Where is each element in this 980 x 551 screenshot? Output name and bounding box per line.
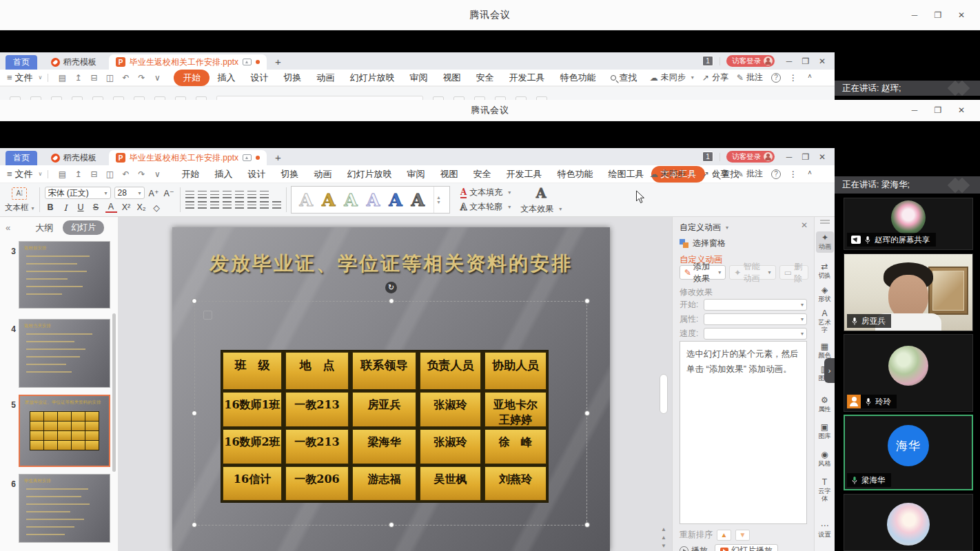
wps2-minimize-icon[interactable]: ─ xyxy=(781,152,797,162)
menu-开发工具[interactable]: 开发工具 xyxy=(501,70,552,86)
save-icon[interactable]: ▤ xyxy=(55,73,69,83)
menu-开始[interactable]: 开始 xyxy=(174,166,207,183)
text-fill-button[interactable]: A文本填充▾ xyxy=(460,187,511,198)
tab-slides[interactable]: 幻灯片 xyxy=(63,220,104,235)
panel-close-icon[interactable]: ✕ xyxy=(801,220,808,230)
numbered-list-icon[interactable] xyxy=(198,191,207,198)
play-button[interactable]: 播放 xyxy=(680,545,708,551)
table-cell[interactable]: 一教213 xyxy=(285,392,349,427)
selection-handle[interactable] xyxy=(584,410,590,416)
collapse-sidebar-chevron[interactable]: › xyxy=(824,358,835,383)
smart-animation-button[interactable]: ✦智能动画▾ xyxy=(729,265,775,280)
overflow-menu-icon[interactable]: ⋮ xyxy=(789,73,797,83)
table-cell[interactable]: 张淑玲 xyxy=(420,392,481,427)
table-cell[interactable]: 亚地卡尔 王婷婷 xyxy=(484,392,547,427)
wordart-style-4[interactable]: A xyxy=(367,191,380,209)
wps-home-tab[interactable]: 首页 xyxy=(6,55,37,70)
rail-item-形状[interactable]: ◈形状 xyxy=(815,286,835,303)
wordart-style-5[interactable]: A xyxy=(389,191,402,209)
scroll-up-icon[interactable]: ▲ xyxy=(661,526,666,534)
undo-icon[interactable]: ↶ xyxy=(119,73,132,83)
menu-安全[interactable]: 安全 xyxy=(468,70,501,86)
panel-title[interactable]: 自定义动画▾ xyxy=(680,222,728,233)
close-icon-2[interactable]: ✕ xyxy=(950,100,973,121)
table-cell[interactable]: 张淑玲 xyxy=(420,429,481,464)
indent-increase-icon[interactable] xyxy=(223,191,232,198)
menu-视图[interactable]: 视图 xyxy=(432,166,465,183)
restore-icon-2[interactable]: ❐ xyxy=(926,100,950,121)
comment-button[interactable]: ✎批注 xyxy=(737,168,763,180)
menu-切换[interactable]: 切换 xyxy=(276,70,309,86)
thumbnail-scrollbar[interactable] xyxy=(112,313,116,472)
wps-restore-icon[interactable]: ❐ xyxy=(797,56,814,66)
wps-home-tab-2[interactable]: 首页 xyxy=(6,151,37,165)
minimize-icon[interactable]: ─ xyxy=(903,0,926,30)
speed-select[interactable]: ▾ xyxy=(704,328,807,340)
collapse-ribbon-icon[interactable]: ＾ xyxy=(806,168,814,180)
wordart-gallery-scroll[interactable]: ▲▼ xyxy=(433,187,441,213)
participant-video-tile[interactable]: 房亚兵 xyxy=(844,253,973,331)
delete-effect-button[interactable]: ▭删除 xyxy=(779,265,808,280)
tab-outline[interactable]: 大纲 xyxy=(35,222,53,234)
menu-特色功能[interactable]: 特色功能 xyxy=(552,70,603,86)
menu-安全[interactable]: 安全 xyxy=(465,166,498,183)
participant-video-tile[interactable]: 赵珲的屏幕共享 xyxy=(844,198,973,250)
selection-handle[interactable] xyxy=(192,522,197,528)
line-spacing-icon[interactable] xyxy=(272,201,281,209)
text-outline-button[interactable]: A文本轮廓▾ xyxy=(460,201,511,213)
move-up-icon[interactable]: ▲ xyxy=(717,530,731,541)
align-left-icon[interactable] xyxy=(185,201,194,209)
more-commands-icon[interactable]: ∨ xyxy=(150,73,164,83)
next-slide-icon[interactable]: ▼ xyxy=(661,542,666,550)
select-pane-button[interactable]: 选择窗格 xyxy=(680,238,726,249)
close-icon[interactable]: ✕ xyxy=(950,0,973,30)
selection-handle[interactable] xyxy=(192,410,197,416)
slide-thumbnail-6[interactable]: 学生离校安排 xyxy=(19,474,110,543)
grow-font-icon[interactable]: A⁺ xyxy=(148,188,160,198)
slide-thumbnail-4[interactable]: 返校当天安排 xyxy=(19,319,110,388)
share-button[interactable]: ↗分享 xyxy=(702,72,728,83)
rail-item-风格[interactable]: ◉风格 xyxy=(815,450,835,468)
print-icon[interactable]: ⊟ xyxy=(87,73,101,83)
wordart-gallery[interactable]: AAAAAA▲▼ xyxy=(291,186,450,214)
shrink-text-icon[interactable] xyxy=(247,201,256,209)
table-cell[interactable]: 16数师1班 xyxy=(223,392,282,427)
menu-插入[interactable]: 插入 xyxy=(207,166,240,183)
font-size-select[interactable]: 28▾ xyxy=(114,187,145,199)
selection-handle[interactable] xyxy=(584,298,590,304)
menu-开始[interactable]: 开始 xyxy=(174,70,210,86)
help-icon[interactable]: ? xyxy=(771,169,781,179)
undo-icon[interactable]: ↶ xyxy=(119,169,132,179)
comment-button[interactable]: ✎批注 xyxy=(737,72,763,83)
save-icon[interactable]: ▤ xyxy=(55,169,69,179)
participant-video-tile[interactable] xyxy=(844,494,973,551)
text-effects-button[interactable]: 文本效果▾ xyxy=(520,203,562,215)
slideshow-play-button[interactable]: 幻灯片播放 xyxy=(715,544,778,551)
guest-login-button-2[interactable]: 访客登录 xyxy=(726,151,775,163)
rail-item-图库[interactable]: ▣图库 xyxy=(815,423,835,440)
menu-切换[interactable]: 切换 xyxy=(273,166,306,183)
justify-icon[interactable] xyxy=(223,201,232,209)
window-count-badge-2[interactable]: 1 xyxy=(702,152,713,162)
menu-find[interactable]: 查找 xyxy=(603,70,644,86)
slide-title[interactable]: 发放毕业证、学位证等相关资料的安排 xyxy=(172,251,610,277)
grow-text-icon[interactable] xyxy=(260,201,269,209)
italic-icon[interactable]: I xyxy=(60,202,72,213)
shrink-font-icon[interactable]: A⁻ xyxy=(163,188,175,198)
maximize-icon[interactable]: ❐ xyxy=(926,0,950,30)
bullet-list-icon[interactable] xyxy=(185,191,194,198)
superscript-icon[interactable]: X² xyxy=(121,202,132,212)
selection-handle[interactable] xyxy=(389,298,394,304)
rail-item-颜色[interactable]: ▦颜色 xyxy=(815,342,835,360)
table-cell[interactable]: 梁海华 xyxy=(352,429,416,464)
export-icon[interactable]: ↥ xyxy=(71,73,85,83)
new-tab-button-2[interactable]: + xyxy=(275,152,281,163)
wordart-style-6[interactable]: A xyxy=(411,191,425,209)
sync-status-button[interactable]: ☁未同步▾ xyxy=(650,168,694,180)
wordart-style-3[interactable]: A xyxy=(344,191,357,209)
overflow-menu-icon[interactable]: ⋮ xyxy=(789,169,797,179)
help-icon[interactable]: ? xyxy=(771,73,781,83)
menu-绘图工具[interactable]: 绘图工具 xyxy=(600,166,651,183)
paragraph-settings-icon[interactable] xyxy=(247,191,256,198)
menu-动画[interactable]: 动画 xyxy=(306,166,339,183)
